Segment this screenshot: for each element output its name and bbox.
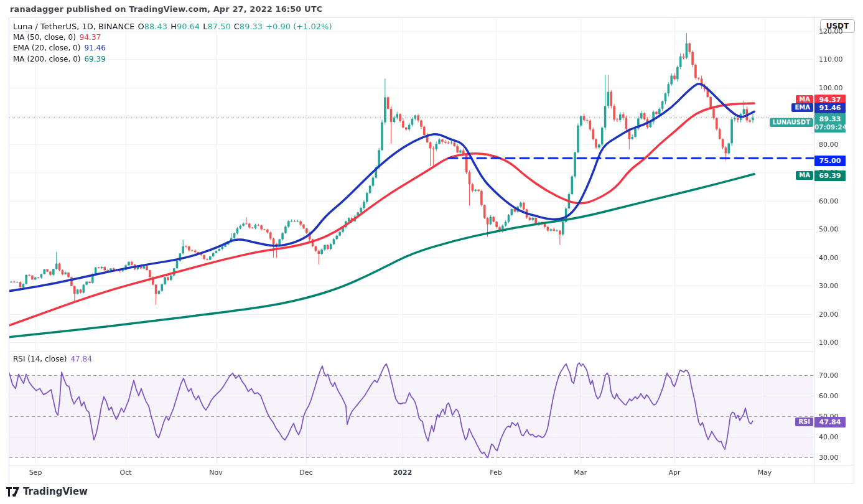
time-label-dec: Dec [299, 469, 312, 477]
time-label-mar: Mar [574, 469, 587, 477]
time-label-nov: Nov [209, 469, 222, 477]
ma200-badge-chip: MA [796, 171, 813, 180]
price-chart-canvas[interactable] [0, 0, 863, 504]
tradingview-logo[interactable]: TradingView [6, 486, 88, 497]
symbol-legend: Luna / TetherUS, 1D, BINANCE O88.43 H90.… [13, 21, 332, 65]
time-label-oct: Oct [119, 469, 131, 477]
price-tick: 30.00 [819, 282, 839, 290]
price-tick: 60.00 [819, 197, 839, 205]
rsi-tick: 40.00 [819, 433, 839, 441]
time-label-feb: Feb [490, 469, 501, 477]
ema20-badge-value: 91.46 [814, 103, 846, 113]
symbol-title[interactable]: Luna / TetherUS, 1D, BINANCE [13, 22, 134, 31]
rsi-tick: 60.00 [819, 392, 839, 400]
price-badge-chip: LUNAUSDT [770, 118, 813, 127]
ma200-badge-value: 69.39 [814, 170, 846, 181]
price-tick: 110.00 [819, 55, 843, 63]
tradingview-glyph-icon [6, 487, 19, 497]
price-tick: 20.00 [819, 310, 839, 319]
ema20-legend[interactable]: EMA (20, close, 0)91.46 [13, 43, 332, 54]
price-tick: 120.00 [819, 27, 843, 35]
price-tick: 50.00 [819, 225, 839, 233]
time-label-may: May [758, 469, 772, 477]
ema20-badge-chip: EMA [791, 103, 813, 112]
rsi-badge-chip: RSI [795, 418, 813, 426]
rsi-tick: 70.00 [819, 371, 839, 380]
rsi-legend[interactable]: RSI (14, close)47.84 [13, 355, 92, 363]
tradingview-wordmark: TradingView [23, 486, 88, 497]
rsi-badge: RSI47.84 [795, 417, 846, 427]
time-axis-separator [9, 465, 854, 465]
price-tick: 100.00 [819, 84, 843, 92]
change-readout: +0.90 (+1.02%) [266, 22, 332, 31]
attribution-text: ranadagger published on TradingView.com,… [10, 4, 322, 14]
price-badge: LUNAUSDT89.3307:09:24 [770, 113, 846, 133]
ma200-legend[interactable]: MA (200, close, 0)69.39 [13, 54, 332, 65]
price-tick: 10.00 [819, 338, 839, 347]
rsi-badge-value: 47.84 [814, 417, 846, 427]
time-label-apr: Apr [668, 469, 680, 477]
price-badge-value: 89.3307:09:24 [814, 113, 846, 133]
ma50-legend[interactable]: MA (50, close, 0)94.37 [13, 32, 332, 44]
price-tick: 40.00 [819, 254, 839, 262]
rsi-tick: 30.00 [819, 454, 839, 462]
ma200-badge: MA69.39 [796, 170, 846, 181]
level-badge: 75.00 [814, 156, 846, 166]
price-axis-separator [814, 17, 814, 482]
time-label-2022: 2022 [393, 469, 413, 477]
time-label-sep: Sep [29, 469, 42, 477]
rsi-pane-separator[interactable] [9, 352, 814, 352]
ohlc-readout: O88.43 H90.64 L87.50 C89.33 +0.90 (+1.02… [138, 20, 332, 32]
ema20-badge: EMA91.46 [791, 103, 846, 113]
price-tick: 80.00 [819, 141, 839, 149]
level-badge-value: 75.00 [814, 156, 846, 166]
